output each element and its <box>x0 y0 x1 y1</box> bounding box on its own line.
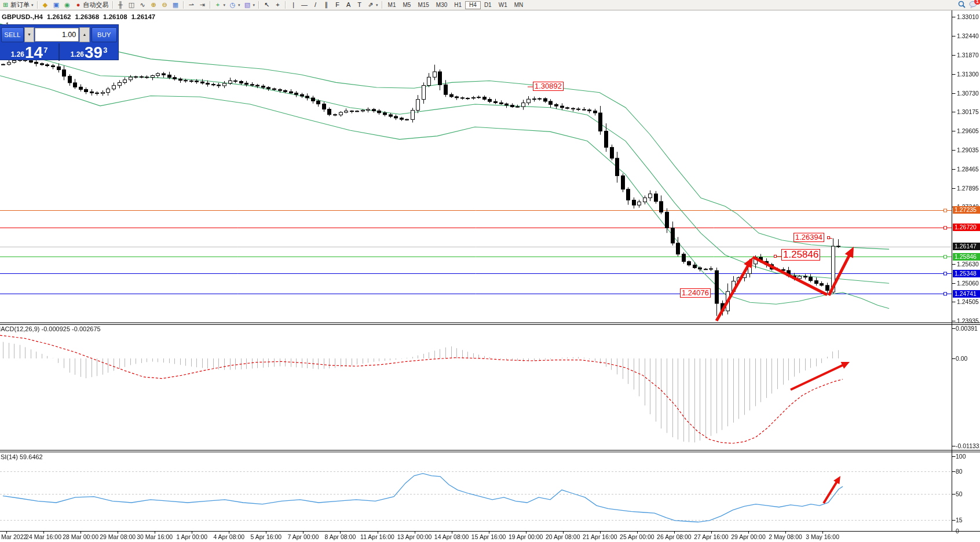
candlestick-button[interactable]: ◫ <box>126 1 137 9</box>
zoom-out-button[interactable]: ⊖ <box>159 1 170 9</box>
buy-price-prefix: 1.26 <box>71 50 84 58</box>
macd-axis-tick: -0.011331 <box>956 442 980 449</box>
time-axis-label: 2 May 08:00 <box>769 533 802 540</box>
toolbar-separator <box>382 1 383 9</box>
chart-shift-button[interactable]: ⇥ <box>197 1 208 9</box>
time-axis-label: 11 Apr 16:00 <box>360 533 394 540</box>
time-axis-label: 3 May 16:00 <box>806 533 839 540</box>
vertical-line-button[interactable]: | <box>288 1 299 9</box>
panel-collapse-icon[interactable]: ◂ <box>6 21 8 25</box>
cursor-icon: ↖ <box>263 1 270 9</box>
auto-scroll-button[interactable]: ⇀ <box>186 1 197 9</box>
toolbar-separator <box>112 1 114 9</box>
market-watch-button[interactable]: ▣ <box>51 1 62 9</box>
buy-button[interactable]: BUY <box>92 27 117 42</box>
chat-button[interactable]: 1 <box>969 1 978 9</box>
price-tick: 1.24505 <box>957 298 979 305</box>
time-axis-label: 29 Apr 00:00 <box>731 533 766 540</box>
horizontal-line-button[interactable]: — <box>299 1 310 9</box>
periods-button[interactable]: ◷▾ <box>227 1 242 9</box>
time-axis-label: 7 Apr 00:00 <box>288 533 319 540</box>
clock-icon: ◷ <box>229 1 236 9</box>
price-annotation[interactable]: 1.30892 <box>533 82 564 91</box>
price-tick: 1.31870 <box>957 52 979 58</box>
new-order-button[interactable]: ⊞新订单▾ <box>0 1 35 9</box>
arrows-button[interactable]: ⇗▾ <box>365 1 380 9</box>
timeframe-mn[interactable]: MN <box>511 1 527 9</box>
fibonacci-button[interactable]: F <box>332 1 343 9</box>
macd-axis-tick: 0.00 <box>956 355 967 362</box>
timeframe-m1[interactable]: M1 <box>385 1 400 9</box>
notification-badge: 1 <box>974 0 980 5</box>
price-annotation[interactable]: 1.24076 <box>680 288 711 298</box>
text-label-button[interactable]: T <box>354 1 365 9</box>
price-tick: 1.30730 <box>957 90 979 97</box>
timeframe-h4[interactable]: H4 <box>465 1 481 9</box>
rsi-axis-tick: 0 <box>956 528 959 534</box>
timeframe-m5[interactable]: M5 <box>399 1 414 9</box>
chevron-down-icon: ▾ <box>224 3 226 8</box>
price-annotation[interactable]: 1.25846 <box>781 249 820 261</box>
chevron-down-icon: ▾ <box>31 3 34 8</box>
time-axis-label: 24 Mar 16:00 <box>25 533 61 540</box>
templates-button[interactable]: ▧▾ <box>242 1 257 9</box>
chart-canvas[interactable] <box>0 0 980 542</box>
buy-price-big: 39 <box>85 45 103 60</box>
price-line-label: 1.27235 <box>953 206 980 214</box>
rsi-axis-tick: 50 <box>956 490 963 497</box>
timeframe-m30[interactable]: M30 <box>433 1 451 9</box>
zoom-in-icon: ⊕ <box>150 1 158 9</box>
price-line-label: 1.24741 <box>953 290 980 298</box>
chevron-down-icon: ▾ <box>253 3 255 8</box>
volume-down-button[interactable]: ▼ <box>24 27 35 42</box>
timeframe-w1[interactable]: W1 <box>495 1 511 9</box>
trendline-button[interactable]: / <box>310 1 321 9</box>
price-tick: 1.30175 <box>957 108 979 115</box>
symbol-period-label: GBPUSD-,H4 <box>2 13 43 20</box>
timeframe-h1[interactable]: H1 <box>451 1 465 9</box>
one-click-trading-panel: ◂ SELL ▼ ▲ BUY 1.26 14 7 1.26 39 3 <box>0 25 118 60</box>
buy-price-button[interactable]: 1.26 39 3 <box>60 43 118 61</box>
time-axis-label: 20 Apr 08:00 <box>546 533 580 540</box>
zoom-in-button[interactable]: ⊕ <box>148 1 159 9</box>
toolbar-separator <box>258 1 259 9</box>
equidistant-channel-button[interactable]: ∥ <box>321 1 332 9</box>
sell-button[interactable]: SELL <box>1 27 24 42</box>
sell-price-button[interactable]: 1.26 14 7 <box>0 43 58 61</box>
price-annotation[interactable]: 1.26394 <box>793 233 824 242</box>
line-chart-icon: ∿ <box>139 1 147 9</box>
cursor-button[interactable]: ↖ <box>261 1 272 9</box>
time-axis-label: 19 Apr 00:00 <box>509 533 543 540</box>
sell-price-big: 14 <box>25 45 43 60</box>
metaeditor-button[interactable]: ◆ <box>40 1 51 9</box>
indicators-button[interactable]: +▾ <box>213 1 228 9</box>
rsi-axis-tick: 15 <box>956 517 963 523</box>
price-tick: 1.23935 <box>957 317 979 324</box>
line-chart-button[interactable]: ∿ <box>137 1 148 9</box>
time-axis-label: 28 Mar 00:00 <box>63 533 98 540</box>
volume-up-button[interactable]: ▲ <box>79 27 90 42</box>
search-button[interactable] <box>958 1 966 9</box>
price-tick: 1.27895 <box>957 185 979 192</box>
bar-chart-icon: ╫ <box>117 1 125 9</box>
bar-chart-button[interactable]: ╫ <box>115 1 126 9</box>
autotrading-button-label: 自动交易 <box>83 1 109 9</box>
timeframe-d1[interactable]: D1 <box>481 1 495 9</box>
trendline-icon: / <box>312 1 319 9</box>
signals-button[interactable]: ◉ <box>62 1 73 9</box>
rsi-axis-tick: 100 <box>956 453 966 460</box>
high-value: 1.26368 <box>75 13 100 20</box>
timeframe-m15[interactable]: M15 <box>414 1 432 9</box>
text-button[interactable]: A <box>343 1 354 9</box>
text-icon: A <box>345 1 352 9</box>
tile-windows-button[interactable]: ▦ <box>170 1 181 9</box>
crosshair-button[interactable]: + <box>272 1 283 9</box>
autotrading-button[interactable]: ●自动交易 <box>73 1 111 9</box>
zoom-out-icon: ⊖ <box>161 1 169 9</box>
new-order-icon: ⊞ <box>2 1 9 9</box>
macd-axis-tick: 0.00391 <box>956 325 978 332</box>
toolbar-separator <box>285 1 286 9</box>
volume-input[interactable] <box>35 28 79 42</box>
toolbar-separator <box>183 1 184 9</box>
chevron-down-icon: ▾ <box>238 3 240 8</box>
